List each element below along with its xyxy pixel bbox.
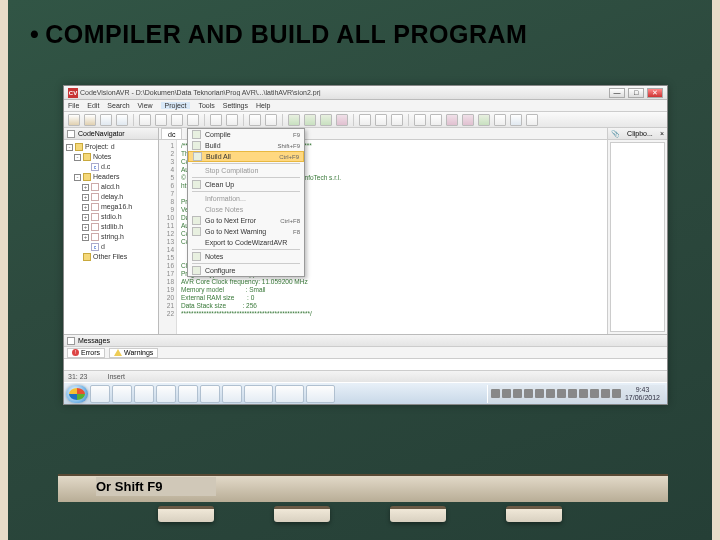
- expand-icon[interactable]: +: [82, 234, 89, 241]
- expand-icon[interactable]: +: [82, 184, 89, 191]
- tb-extra3-icon[interactable]: [478, 114, 490, 126]
- tray-icon[interactable]: [590, 389, 599, 398]
- tb-find-icon[interactable]: [249, 114, 261, 126]
- tray-icon[interactable]: [579, 389, 588, 398]
- tray-icon[interactable]: [557, 389, 566, 398]
- menu-project[interactable]: Project: [161, 102, 191, 109]
- tray-network-icon[interactable]: [601, 389, 610, 398]
- tb-undo-icon[interactable]: [210, 114, 222, 126]
- errors-tab[interactable]: ! Errors: [67, 348, 105, 358]
- tb-redo-icon[interactable]: [226, 114, 238, 126]
- system-tray[interactable]: 9:43 17/06/2012: [487, 385, 665, 403]
- tb-new-icon[interactable]: [68, 114, 80, 126]
- tree-item[interactable]: +stdlib.h: [82, 222, 156, 232]
- tray-icon[interactable]: [513, 389, 522, 398]
- expand-icon[interactable]: -: [74, 154, 81, 161]
- menu-item-compile[interactable]: CompileF9: [188, 129, 304, 140]
- task-cvavr-icon[interactable]: [306, 385, 335, 403]
- editor-tab[interactable]: dc: [161, 128, 182, 139]
- tree-item[interactable]: +delay.h: [82, 192, 156, 202]
- tb-print-icon[interactable]: [139, 114, 151, 126]
- maximize-button[interactable]: □: [628, 88, 644, 98]
- titlebar[interactable]: CV CodeVisionAVR - D:\Dokumen\Data Tekno…: [64, 86, 667, 100]
- task-paint-icon[interactable]: [200, 385, 220, 403]
- tb-extra6-icon[interactable]: [526, 114, 538, 126]
- task-explorer-icon[interactable]: [90, 385, 110, 403]
- menu-file[interactable]: File: [68, 102, 79, 109]
- tb-compile-icon[interactable]: [288, 114, 300, 126]
- tb-build-icon[interactable]: [304, 114, 316, 126]
- minimize-button[interactable]: —: [609, 88, 625, 98]
- start-button[interactable]: [66, 385, 88, 403]
- clipboard-header[interactable]: 📎 Clipbo... ×: [608, 128, 667, 140]
- tree-item[interactable]: d: [82, 242, 156, 252]
- menu-search[interactable]: Search: [107, 102, 129, 109]
- task-media-icon[interactable]: [134, 385, 154, 403]
- menu-item-build-all[interactable]: Build AllCtrl+F9: [188, 151, 304, 162]
- tree-item[interactable]: d.c: [82, 162, 156, 172]
- expand-icon[interactable]: +: [82, 214, 89, 221]
- tree-item[interactable]: +string.h: [82, 232, 156, 242]
- tb-cut-icon[interactable]: [155, 114, 167, 126]
- menu-edit[interactable]: Edit: [87, 102, 99, 109]
- tb-wizard-icon[interactable]: [375, 114, 387, 126]
- tb-extra2-icon[interactable]: [462, 114, 474, 126]
- tray-icon[interactable]: [524, 389, 533, 398]
- task-chrome-icon[interactable]: [178, 385, 198, 403]
- expand-icon[interactable]: -: [66, 144, 73, 151]
- tb-replace-icon[interactable]: [265, 114, 277, 126]
- tree-item[interactable]: Other Files: [74, 252, 156, 262]
- tray-icon[interactable]: [502, 389, 511, 398]
- menu-item-notes[interactable]: Notes: [188, 251, 304, 262]
- task-ppt-icon[interactable]: [275, 385, 304, 403]
- menu-item-export-to-codewizardavr[interactable]: Export to CodeWizardAVR: [188, 237, 304, 248]
- expand-icon[interactable]: +: [82, 224, 89, 231]
- tb-open-icon[interactable]: [84, 114, 96, 126]
- tray-icon[interactable]: [491, 389, 500, 398]
- tb-saveall-icon[interactable]: [116, 114, 128, 126]
- expand-icon[interactable]: +: [82, 194, 89, 201]
- menu-item-go-to-next-error[interactable]: Go to Next ErrorCtrl+F8: [188, 215, 304, 226]
- tb-help-icon[interactable]: [430, 114, 442, 126]
- navigator-header[interactable]: CodeNavigator: [64, 128, 158, 140]
- menu-view[interactable]: View: [138, 102, 153, 109]
- tree-item[interactable]: +alcd.h: [82, 182, 156, 192]
- tb-extra1-icon[interactable]: [446, 114, 458, 126]
- menu-settings[interactable]: Settings: [223, 102, 248, 109]
- taskbar-clock[interactable]: 9:43 17/06/2012: [623, 386, 662, 402]
- task-word-icon[interactable]: [244, 385, 273, 403]
- tb-extra4-icon[interactable]: [494, 114, 506, 126]
- tree-item[interactable]: -Headers: [74, 172, 156, 182]
- task-folder-icon[interactable]: [112, 385, 132, 403]
- tray-icon[interactable]: [535, 389, 544, 398]
- expand-icon[interactable]: +: [82, 204, 89, 211]
- tray-icon[interactable]: [546, 389, 555, 398]
- tb-buildall-icon[interactable]: [320, 114, 332, 126]
- messages-header[interactable]: Messages: [64, 335, 667, 347]
- tb-debug-icon[interactable]: [336, 114, 348, 126]
- tb-config-icon[interactable]: [414, 114, 426, 126]
- tb-copy-icon[interactable]: [171, 114, 183, 126]
- menu-item-go-to-next-warning[interactable]: Go to Next WarningF8: [188, 226, 304, 237]
- close-button[interactable]: ✕: [647, 88, 663, 98]
- tb-save-icon[interactable]: [100, 114, 112, 126]
- menu-help[interactable]: Help: [256, 102, 270, 109]
- menu-item-build[interactable]: BuildShift+F9: [188, 140, 304, 151]
- warnings-tab[interactable]: Warnings: [109, 348, 158, 358]
- menu-item-configure[interactable]: Configure: [188, 265, 304, 276]
- tree-item[interactable]: +stdio.h: [82, 212, 156, 222]
- tb-chip-icon[interactable]: [359, 114, 371, 126]
- expand-icon[interactable]: -: [74, 174, 81, 181]
- menu-tools[interactable]: Tools: [198, 102, 214, 109]
- menu-item-clean-up[interactable]: Clean Up: [188, 179, 304, 190]
- task-notepad-icon[interactable]: [222, 385, 242, 403]
- task-firefox-icon[interactable]: [156, 385, 176, 403]
- tray-icon[interactable]: [568, 389, 577, 398]
- tb-paste-icon[interactable]: [187, 114, 199, 126]
- tray-volume-icon[interactable]: [612, 389, 621, 398]
- tb-extra5-icon[interactable]: [510, 114, 522, 126]
- tb-terminal-icon[interactable]: [391, 114, 403, 126]
- clipboard-close-icon[interactable]: ×: [660, 130, 664, 137]
- tree-item[interactable]: -Notes: [74, 152, 156, 162]
- tree-item[interactable]: -Project: d: [66, 142, 156, 152]
